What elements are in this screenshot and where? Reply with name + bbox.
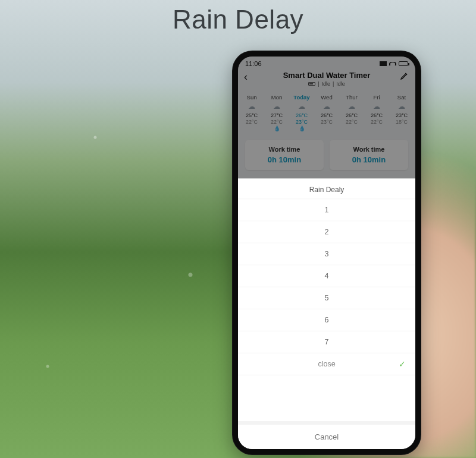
sheet-options: 1234567close✓ (238, 199, 415, 421)
temp-low: 22°C (239, 119, 264, 125)
forecast-day[interactable]: Sun☁25°C22°C (239, 94, 264, 131)
phone-screen: 11:06 ‹ Smart Dual Water Timer | Idle | (238, 57, 415, 449)
day-label: Fri (364, 94, 389, 101)
check-icon: ✓ (399, 359, 406, 369)
temp-high: 26°C (339, 112, 364, 118)
temp-low: 22°C (339, 119, 364, 125)
forecast-day[interactable]: Fri☁26°C22°C (364, 94, 389, 131)
cards-row: Work time0h 10minWork time0h 10min (238, 134, 415, 178)
weather-icon: ☁ (248, 102, 255, 111)
temp-high: 26°C (364, 112, 389, 118)
weather-icon: ☁ (398, 102, 405, 111)
delay-option[interactable]: 4 (238, 265, 415, 287)
delay-option[interactable]: 2 (238, 221, 415, 243)
delay-option[interactable]: 7 (238, 331, 415, 353)
rain-drop-icon: 💧 (264, 126, 289, 131)
day-label: Today (289, 94, 314, 101)
temp-low: 18°C (389, 119, 414, 125)
back-icon[interactable]: ‹ (244, 71, 248, 83)
temp-high: 25°C (239, 112, 264, 118)
delay-option[interactable]: 5 (238, 287, 415, 309)
status-time: 11:06 (245, 60, 262, 67)
forecast-day[interactable]: Today☁26°C23°C💧 (289, 94, 314, 131)
sheet-title: Rain Dealy (238, 178, 415, 199)
card-value: 0h 10min (245, 155, 324, 164)
temp-low: 23°C (289, 119, 314, 125)
day-label: Wed (314, 94, 339, 101)
day-label: Sat (389, 94, 414, 101)
device-status: | Idle | Idle (238, 81, 415, 87)
weather-icon: ☁ (273, 102, 280, 111)
weather-icon: ☁ (298, 102, 305, 111)
weather-icon: ☁ (323, 102, 330, 111)
temp-high: 26°C (314, 112, 339, 118)
work-time-card[interactable]: Work time0h 10min (330, 140, 408, 170)
delay-option[interactable]: close✓ (238, 353, 415, 375)
work-time-card[interactable]: Work time0h 10min (245, 140, 324, 170)
temp-low: 23°C (314, 119, 339, 125)
app-background-dimmed: 11:06 ‹ Smart Dual Water Timer | Idle | (238, 57, 415, 178)
forecast-day[interactable]: Sat☁23°C18°C (389, 94, 414, 131)
temp-high: 23°C (389, 112, 414, 118)
app-title: Smart Dual Water Timer (238, 71, 415, 80)
page-title: Rain Delay (0, 5, 476, 34)
weather-icon: ☁ (373, 102, 380, 111)
rain-drop-icon: 💧 (289, 126, 314, 131)
card-value: 0h 10min (330, 155, 408, 164)
weather-icon: ☁ (348, 102, 355, 111)
temp-low: 22°C (364, 119, 389, 125)
day-label: Sun (239, 94, 264, 101)
delay-option[interactable]: 1 (238, 199, 415, 221)
delay-option[interactable]: 6 (238, 309, 415, 331)
temp-high: 27°C (264, 112, 289, 118)
card-title: Work time (245, 146, 324, 153)
signal-icon (380, 61, 387, 66)
cancel-button[interactable]: Cancel (238, 421, 415, 449)
status-bar: 11:06 (238, 57, 415, 68)
forecast-day[interactable]: Thur☁26°C22°C (339, 94, 364, 131)
phone-frame: 11:06 ‹ Smart Dual Water Timer | Idle | (232, 51, 421, 455)
temp-high: 26°C (289, 112, 314, 118)
status-1: Idle (321, 81, 330, 87)
day-label: Thur (339, 94, 364, 101)
forecast-day[interactable]: Wed☁26°C23°C (314, 94, 339, 131)
day-label: Mon (264, 94, 289, 101)
card-title: Work time (330, 146, 408, 153)
temp-low: 22°C (264, 119, 289, 125)
status-2: Idle (336, 81, 345, 87)
battery-icon (399, 61, 408, 66)
delay-option[interactable]: 3 (238, 243, 415, 265)
app-header: ‹ Smart Dual Water Timer | Idle | Idle (238, 68, 415, 90)
edit-icon[interactable] (400, 71, 409, 80)
device-battery-icon (308, 82, 315, 86)
rain-delay-sheet: Rain Dealy 1234567close✓ Cancel (238, 178, 415, 449)
forecast-row: Sun☁25°C22°CMon☁27°C22°C💧Today☁26°C23°C💧… (238, 90, 415, 134)
marketing-background: Rain Delay 11:06 ‹ Smart Dual Water Time… (0, 0, 476, 458)
wifi-icon (389, 62, 396, 66)
forecast-day[interactable]: Mon☁27°C22°C💧 (264, 94, 289, 131)
